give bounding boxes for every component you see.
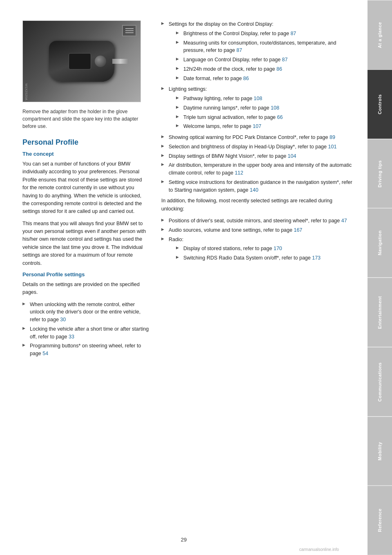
page-link[interactable]: 104 bbox=[288, 153, 296, 159]
sidebar-tab-label: Communications bbox=[377, 362, 382, 401]
list-item: Setting voice instructions for destinati… bbox=[161, 179, 355, 194]
right-bullets-bottom: Positions of driver's seat, outside mirr… bbox=[161, 217, 355, 262]
list-item: Lighting settings: Pathway lighting, ref… bbox=[161, 85, 355, 130]
sidebar-tab-controls[interactable]: Controls bbox=[368, 69, 392, 139]
settings-subheading: Personal Profile settings bbox=[22, 271, 149, 278]
page-link[interactable]: 167 bbox=[294, 227, 302, 233]
sidebar-tab-label: Driving tips bbox=[377, 160, 382, 188]
page-link[interactable]: 107 bbox=[253, 123, 261, 129]
list-item: When unlocking with the remote control, … bbox=[22, 301, 149, 324]
page-link[interactable]: 47 bbox=[341, 218, 347, 224]
page-link[interactable]: 86 bbox=[243, 76, 249, 81]
list-item: Switching RDS Radio Data System on/off*,… bbox=[169, 254, 355, 262]
sidebar-tab-label: Entertainment bbox=[377, 296, 382, 329]
footer-watermark: carmanualsonline.info bbox=[299, 547, 339, 552]
list-item: Radio: Display of stored stations, refer… bbox=[161, 236, 355, 262]
list-item: Programming buttons* on steering wheel, … bbox=[22, 342, 149, 358]
sidebar-tab-label: At a glance bbox=[377, 22, 382, 48]
page-link[interactable]: 66 bbox=[277, 114, 283, 120]
concept-subheading: The concept bbox=[22, 151, 149, 157]
page-link[interactable]: 87 bbox=[290, 31, 296, 36]
list-item: Welcome lamps, refer to page 107 bbox=[169, 123, 355, 130]
sub-list: Display of stored stations, refer to pag… bbox=[169, 245, 355, 262]
concept-para2: This means that you will always find you… bbox=[22, 220, 149, 267]
sidebar-tab-label: Mobility bbox=[377, 442, 382, 461]
settings-bullets: When unlocking with the remote control, … bbox=[22, 301, 149, 358]
list-item: Showing optical warning for PDC Park Dis… bbox=[161, 134, 355, 141]
list-item: Settings for the display on the Control … bbox=[161, 20, 355, 82]
sub-list: Brightness of the Control Display, refer… bbox=[169, 30, 355, 83]
list-item: Display of stored stations, refer to pag… bbox=[169, 245, 355, 253]
sidebar-tab-reference[interactable]: Reference bbox=[368, 486, 392, 555]
image-inner: W1X2S20A bbox=[23, 21, 140, 102]
image-corner-mark bbox=[122, 25, 136, 36]
list-item: Daytime running lamps*, refer to page 10… bbox=[169, 104, 355, 112]
image-watermark: W1X2S20A bbox=[24, 83, 28, 100]
image-caption: Remove the adapter from the holder in th… bbox=[22, 108, 141, 130]
page-link[interactable]: 140 bbox=[250, 187, 258, 193]
sidebar-tab-navigation[interactable]: Navigation bbox=[368, 208, 392, 278]
list-item: Audio sources, volume and tone settings,… bbox=[161, 226, 355, 234]
list-item: Positions of driver's seat, outside mirr… bbox=[161, 217, 355, 225]
key-fob-screen bbox=[69, 53, 91, 69]
right-sidebar: At a glance Controls Driving tips Naviga… bbox=[368, 0, 392, 555]
page-link[interactable]: 173 bbox=[312, 255, 321, 261]
sidebar-tab-entertainment[interactable]: Entertainment bbox=[368, 278, 392, 347]
page-link[interactable]: 87 bbox=[236, 47, 242, 53]
list-item: Date format, refer to page 86 bbox=[169, 75, 355, 83]
page-link[interactable]: 54 bbox=[42, 351, 48, 356]
list-item: Selection and brightness of display in H… bbox=[161, 143, 355, 151]
key-blade bbox=[112, 59, 129, 64]
page-link[interactable]: 30 bbox=[60, 317, 66, 322]
list-item: Measuring units for consumption, route/d… bbox=[169, 39, 355, 55]
right-column: Settings for the display on the Control … bbox=[161, 20, 355, 361]
list-item: Pathway lighting, refer to page 108 bbox=[169, 95, 355, 103]
page-layout: W1X2S20A Remove the adapter from the hol… bbox=[0, 0, 392, 555]
sidebar-tab-label: Reference bbox=[377, 509, 382, 533]
page-link[interactable]: 89 bbox=[330, 134, 335, 140]
list-item: Display settings of BMW Night Vision*, r… bbox=[161, 152, 355, 160]
list-item: 12h/24h mode of the clock, refer to page… bbox=[169, 65, 355, 73]
concept-para1: You can set a number of functions of you… bbox=[22, 160, 149, 216]
additional-text: In addition, the following, most recentl… bbox=[161, 197, 355, 213]
list-item: Locking the vehicle after a short time o… bbox=[22, 325, 149, 341]
sidebar-tab-label: Navigation bbox=[377, 231, 382, 255]
page-link[interactable]: 86 bbox=[276, 66, 282, 72]
list-item: Brightness of the Control Display, refer… bbox=[169, 30, 355, 38]
page-number: 29 bbox=[181, 537, 187, 543]
corner-lines bbox=[125, 28, 134, 33]
page-link[interactable]: 170 bbox=[274, 246, 282, 251]
sidebar-tab-communications[interactable]: Communications bbox=[368, 347, 392, 416]
sidebar-tab-at-a-glance[interactable]: At a glance bbox=[368, 0, 392, 69]
sidebar-tab-driving-tips[interactable]: Driving tips bbox=[368, 139, 392, 208]
left-column: W1X2S20A Remove the adapter from the hol… bbox=[22, 20, 149, 361]
list-item: Language on Control Display, refer to pa… bbox=[169, 56, 355, 64]
page-link[interactable]: 112 bbox=[235, 170, 243, 176]
page-link[interactable]: 108 bbox=[271, 105, 279, 111]
sidebar-tab-mobility[interactable]: Mobility bbox=[368, 416, 392, 486]
page-link[interactable]: 33 bbox=[69, 334, 74, 340]
two-col-layout: W1X2S20A Remove the adapter from the hol… bbox=[22, 20, 355, 361]
sidebar-tab-label: Controls bbox=[377, 94, 382, 114]
settings-intro: Details on the settings are provided on … bbox=[22, 281, 149, 297]
right-bullets-top: Settings for the display on the Control … bbox=[161, 20, 355, 194]
page-link[interactable]: 101 bbox=[328, 144, 337, 150]
page-link[interactable]: 87 bbox=[282, 57, 288, 63]
key-fob-graphic bbox=[49, 41, 114, 82]
personal-profile-heading: Personal Profile bbox=[22, 138, 149, 147]
page-body: W1X2S20A Remove the adapter from the hol… bbox=[0, 0, 368, 555]
product-image: W1X2S20A bbox=[22, 20, 141, 102]
list-item: Triple turn signal activation, refer to … bbox=[169, 114, 355, 121]
key-fob-knob bbox=[95, 56, 106, 67]
list-item: Air distribution, temperature in the upp… bbox=[161, 161, 355, 177]
sub-list: Pathway lighting, refer to page 108 Dayt… bbox=[169, 95, 355, 130]
page-link[interactable]: 108 bbox=[254, 96, 262, 101]
